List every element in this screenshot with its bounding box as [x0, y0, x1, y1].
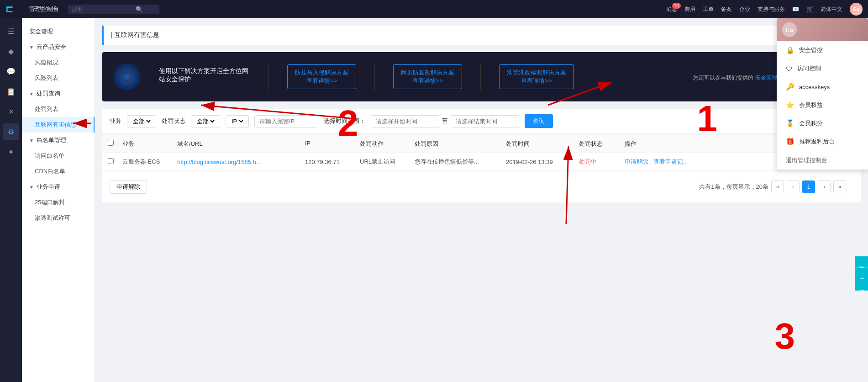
- app-title: 管理控制台: [29, 5, 59, 13]
- nav-risk-list[interactable]: 风险列表: [22, 70, 95, 86]
- search-icon: 🔍: [136, 6, 143, 13]
- right-tab-info[interactable]: 资讯: [855, 256, 868, 268]
- row-url[interactable]: http://blog.ccswust.org/1585.h...: [172, 159, 300, 165]
- nav-support[interactable]: 支持与服务: [758, 5, 785, 13]
- type-dropdown[interactable]: IP: [230, 117, 245, 125]
- menu-logout[interactable]: 退出管理控制台: [777, 151, 868, 170]
- menu-access-ctrl[interactable]: 🛡 访问控制: [777, 59, 868, 78]
- col-ops: 操作: [619, 140, 710, 148]
- search-input[interactable]: [72, 6, 136, 12]
- row-action: URL禁止访问: [354, 158, 409, 166]
- nav-harmful-info[interactable]: 互联网有害信息: [22, 117, 95, 133]
- nav-items: 消息 14 费用 工单 备案 企业 支持与服务 📧 🛒 简体中文 Ea: [666, 3, 863, 16]
- right-tab-suggestion[interactable]: 建议: [855, 279, 868, 291]
- query-button[interactable]: 查询: [525, 114, 553, 128]
- last-page-btn[interactable]: »: [833, 180, 846, 193]
- menu-referral[interactable]: 🎁 推荐返利后台: [777, 133, 868, 151]
- left-icon-bar: ☰ ◆ 💬 📋 ✕ ⚙ ●: [0, 18, 22, 382]
- type-select[interactable]: IP: [226, 115, 249, 127]
- menu-member-rights[interactable]: ⭐ 会员权益: [777, 96, 868, 114]
- icon-menu[interactable]: ☰: [3, 23, 19, 39]
- ip-input[interactable]: [254, 115, 318, 127]
- icon-orders[interactable]: 📋: [3, 83, 19, 100]
- nav-cart[interactable]: 🛒: [806, 6, 813, 12]
- icon-messages[interactable]: 💬: [3, 63, 19, 80]
- nav-port25[interactable]: 25端口解封: [22, 195, 95, 210]
- menu-security-ctrl[interactable]: 🔒 安全管控: [777, 41, 868, 59]
- row-checkbox[interactable]: [102, 158, 117, 165]
- icon-products[interactable]: ◆: [3, 43, 19, 59]
- content-detection-link[interactable]: 涉黄涉政检测解决方案查看详情>>: [499, 64, 574, 89]
- punishment-table: 业务 域名/URL IP 处罚动作 处罚原因 处罚时间 处罚状态 操作 云服务器…: [102, 135, 861, 202]
- business-label: 业务: [110, 117, 121, 125]
- banner-text: 使用以下解决方案开启全方位网站安全保护: [159, 67, 250, 86]
- accesskeys-icon: 🔑: [786, 83, 794, 91]
- nav-cdn-whitelist[interactable]: CDN白名单: [22, 164, 95, 179]
- app-logo[interactable]: ⊏: [5, 4, 24, 15]
- nav-icp[interactable]: 备案: [721, 5, 732, 13]
- start-date-input[interactable]: [371, 115, 439, 127]
- status-dropdown[interactable]: 全部: [195, 117, 216, 125]
- nav-billing[interactable]: 费用: [684, 5, 695, 13]
- row-time: 2019-02-26 13:39: [500, 159, 573, 165]
- antihack-link[interactable]: 防挂马入侵解决方案查看详情>>: [287, 64, 356, 89]
- nav-security-title[interactable]: 安全管理: [22, 22, 95, 39]
- nav-email[interactable]: 📧: [792, 6, 799, 12]
- business-dropdown[interactable]: 全部: [131, 117, 152, 125]
- nav-cloud-security[interactable]: ▼ 云产品安全: [22, 39, 95, 55]
- promo-banner: 🛡 使用以下解决方案开启全方位网站安全保护 防挂马入侵解决方案查看详情>> 网页…: [102, 52, 861, 101]
- nav-punishment-query[interactable]: ▼ 处罚查询: [22, 86, 95, 101]
- nav-pentest[interactable]: 渗透测试许可: [22, 210, 95, 226]
- message-badge: 14: [672, 3, 681, 9]
- menu-member-points[interactable]: 🏅 会员积分: [777, 114, 868, 133]
- current-page-btn[interactable]: 1: [802, 180, 815, 193]
- nav-tickets[interactable]: 工单: [703, 5, 714, 13]
- prev-page-btn[interactable]: ‹: [787, 180, 800, 193]
- icon-x[interactable]: ✕: [3, 103, 19, 120]
- nav-whitelist-mgmt[interactable]: ▼ 白名单管理: [22, 133, 95, 148]
- col-business: 业务: [117, 140, 172, 148]
- icon-settings[interactable]: ⚙: [3, 123, 19, 140]
- nav-risk-overview[interactable]: 风险概况: [22, 55, 95, 70]
- right-tabs: 资讯 问 建议: [855, 256, 868, 291]
- pagination-bar: 共有1条，每页显示：20条 « ‹ 1 › »: [692, 176, 853, 198]
- member-rights-icon: ⭐: [786, 101, 794, 109]
- select-all-checkbox[interactable]: [108, 140, 114, 146]
- nav-messages[interactable]: 消息 14: [666, 5, 677, 13]
- business-select[interactable]: 全部: [127, 115, 156, 127]
- nav-language[interactable]: 简体中文: [821, 5, 842, 13]
- status-select[interactable]: 全部: [191, 115, 220, 127]
- apply-remove-link[interactable]: 申请解除: [625, 158, 648, 165]
- row-reason: 您存在传播色情低俗等...: [409, 158, 500, 166]
- row-select-checkbox[interactable]: [108, 158, 114, 164]
- table-action-row: 申请解除 共有1条，每页显示：20条 « ‹ 1 › »: [102, 171, 861, 202]
- nav-punishment-list[interactable]: 处罚列表: [22, 101, 95, 117]
- table-header: 业务 域名/URL IP 处罚动作 处罚原因 处罚时间 处罚状态 操作: [102, 135, 861, 153]
- menu-avatar: Ea: [782, 22, 797, 37]
- right-tab-question[interactable]: 问: [855, 268, 868, 279]
- avatar[interactable]: Ea: [850, 3, 863, 16]
- nav-access-whitelist[interactable]: 访问白名单: [22, 148, 95, 164]
- icon-dot[interactable]: ●: [3, 143, 19, 160]
- menu-accesskeys[interactable]: 🔑 accesskeys: [777, 78, 868, 96]
- user-dropdown-menu: Ea 🔒 安全管控 🛡 访问控制 🔑 accesskeys ⭐ 会员权益 🏅 会…: [777, 18, 868, 170]
- nav-enterprise[interactable]: 企业: [739, 5, 750, 13]
- nav-business-apply[interactable]: ▼ 业务申请: [22, 179, 95, 195]
- col-checkbox: [102, 140, 117, 148]
- batch-apply-button[interactable]: 申请解除: [110, 180, 147, 194]
- antitamper-link[interactable]: 网页防篡改解决方案查看详情>>: [393, 64, 462, 89]
- col-time: 处罚时间: [500, 140, 573, 148]
- shield-icon: 🛡: [113, 63, 141, 90]
- first-page-btn[interactable]: «: [771, 180, 784, 193]
- next-page-btn[interactable]: ›: [818, 180, 831, 193]
- col-ip: IP: [300, 140, 354, 148]
- filter-bar: 业务 全部 处罚状态 全部 IP 选择时间范围： 至 查询: [102, 109, 861, 133]
- view-apply-link[interactable]: 查看申请记...: [653, 158, 688, 165]
- banner-divider-1: [268, 63, 269, 90]
- row-ip: 120.79.36.71: [300, 159, 354, 165]
- row-ops[interactable]: 申请解除 | 查看申请记...: [619, 158, 710, 166]
- page-header: | 互联网有害信息: [102, 26, 861, 45]
- end-date-input[interactable]: [451, 115, 519, 127]
- left-nav-section-main: 安全管理 ▼ 云产品安全 风险概况 风险列表 ▼ 处罚查询 处罚列表 互联网有害…: [22, 18, 95, 229]
- search-box[interactable]: 🔍: [68, 5, 159, 14]
